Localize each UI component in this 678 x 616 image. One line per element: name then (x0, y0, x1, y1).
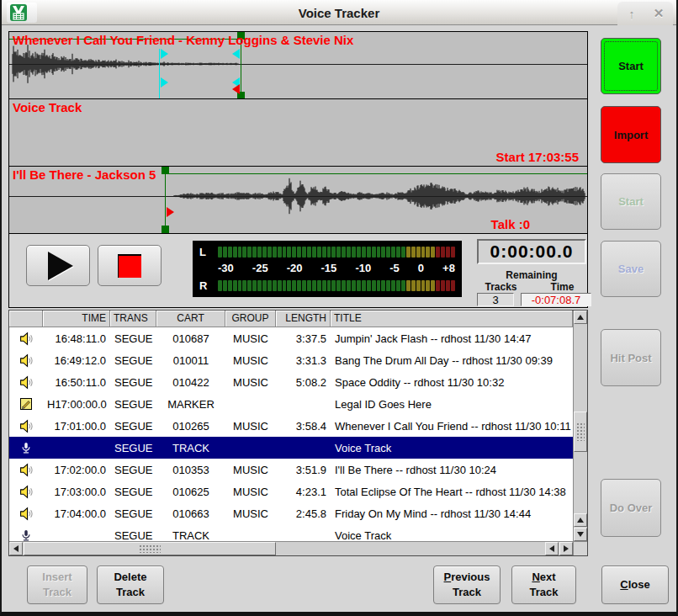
scroll-up-button-2[interactable] (574, 513, 587, 527)
cell-title: Legal ID Goes Here (331, 398, 573, 411)
close-button[interactable]: Close (601, 566, 669, 604)
segue-end-marker-icon[interactable] (232, 84, 240, 94)
shade-window-icon[interactable] (624, 6, 639, 21)
vu-tick-label: +8 (442, 262, 455, 274)
vu-segment (411, 280, 416, 291)
log-row[interactable]: 17:03:00.0SEGUE010625MUSIC4:23.1Total Ec… (9, 481, 573, 502)
cell-time: 16:49:12.0 (43, 354, 110, 367)
column-header-CART[interactable]: CART (156, 311, 225, 327)
focus-ring (604, 41, 658, 91)
scroll-left-button-2[interactable] (545, 542, 559, 555)
cell-time: H17:00:00.0 (43, 398, 110, 411)
start-record-button[interactable]: Start (601, 38, 661, 94)
vertical-scrollbar-thumb[interactable] (574, 412, 587, 452)
log-table-header[interactable]: TIMETRANSCARTGROUPLENGTHTITLE (9, 311, 573, 327)
segue-start-marker-icon[interactable] (167, 207, 174, 217)
vu-segment (372, 247, 376, 258)
remaining-label: Remaining (477, 269, 586, 281)
vu-segment (426, 247, 430, 258)
scroll-left-button[interactable] (9, 542, 23, 555)
vu-segment (336, 247, 341, 258)
log-row[interactable]: 16:50:11.0SEGUE010422MUSIC5:08.2Space Od… (9, 371, 573, 393)
log-row[interactable]: 17:02:00.0SEGUE010353MUSIC3:51.9I'll Be … (9, 459, 573, 481)
talk-marker-icon[interactable] (161, 77, 168, 88)
previous-track-button[interactable]: Previous Track (433, 566, 501, 604)
vu-segment (287, 280, 291, 291)
vu-segment (431, 280, 435, 291)
speaker-icon (19, 375, 34, 390)
log-row[interactable]: 17:04:00.0SEGUE010663MUSIC2:45.8Friday O… (9, 502, 573, 524)
horizontal-scrollbar[interactable] (9, 541, 573, 555)
play-button[interactable] (26, 245, 90, 286)
start-handle-icon[interactable] (162, 167, 169, 174)
vu-segment (262, 280, 267, 291)
cell-cart: TRACK (156, 529, 225, 542)
column-header-icon[interactable] (9, 311, 43, 327)
scrollbar-corner (573, 541, 587, 555)
elapsed-time-display: 0:00:00.0 (477, 239, 586, 264)
vu-segment (357, 247, 361, 258)
column-header-GROUP[interactable]: GROUP (225, 311, 276, 327)
vu-segment (416, 280, 421, 291)
cell-cart: 010625 (156, 486, 225, 498)
vu-tick-label: 0 (418, 262, 424, 274)
window-controls (617, 2, 673, 25)
log-row[interactable]: 16:49:12.0SEGUE010011MUSIC3:31.3Bang The… (9, 349, 573, 371)
talk-marker-icon[interactable] (161, 49, 168, 59)
track2-start-marker-line[interactable] (165, 167, 166, 233)
close-window-icon[interactable] (651, 6, 666, 21)
log-row-selected[interactable]: SEGUETRACKVoice Track (9, 437, 573, 459)
scroll-down-button[interactable] (574, 528, 587, 541)
track2-fade-line (165, 173, 587, 174)
start-playback-button[interactable]: Start (601, 173, 661, 230)
save-button[interactable]: Save (601, 241, 661, 297)
vu-segment (307, 280, 311, 291)
vu-segment (352, 280, 356, 291)
vu-segment (327, 280, 331, 291)
track2-waveform-panel[interactable]: I'll Be There - Jackson 5 Talk :0 (9, 167, 587, 234)
column-header-TIME[interactable]: TIME (43, 311, 110, 327)
horizontal-scrollbar-thumb[interactable] (24, 542, 276, 555)
do-over-button[interactable]: Do Over (601, 479, 661, 537)
cell-group: MUSIC (225, 354, 276, 367)
cell-title: Voice Track (331, 529, 573, 542)
import-button[interactable]: Import (601, 106, 661, 163)
cell-group: MUSIC (225, 507, 276, 520)
column-header-LENGTH[interactable]: LENGTH (276, 311, 331, 327)
vu-segment (252, 280, 257, 291)
cell-group: MUSIC (225, 464, 276, 476)
log-row[interactable]: H17:00:00.0SEGUEMARKERLegal ID Goes Here (9, 393, 573, 415)
stop-button[interactable] (98, 245, 162, 286)
vu-right-label: R (199, 279, 218, 292)
talk-end-marker-icon[interactable] (232, 49, 240, 59)
vu-segment (252, 247, 257, 258)
vu-segment (238, 280, 242, 291)
cell-length: 4:23.1 (276, 486, 331, 498)
delete-track-button[interactable]: Delete Track (97, 566, 164, 604)
log-row[interactable]: 16:48:11.0SEGUE010687MUSIC3:37.5Jumpin' … (9, 327, 573, 349)
cell-title: Jumpin' Jack Flash -- rdhost 11/30 14:47 (331, 332, 573, 345)
scroll-up-button[interactable] (574, 311, 587, 324)
cell-title: Friday On My Mind -- rdhost 11/30 14:44 (331, 507, 573, 520)
voice-track-panel[interactable]: Voice Track Start 17:03:55 (9, 99, 587, 167)
vertical-scrollbar[interactable] (573, 311, 587, 541)
vu-segment (391, 280, 395, 291)
hit-post-button[interactable]: Hit Post (601, 329, 661, 386)
vu-segment (406, 247, 411, 258)
start-handle-icon[interactable] (162, 226, 169, 233)
speaker-icon (19, 353, 34, 368)
track1-waveform-panel[interactable]: Whenever I Call You Friend - Kenny Loggi… (9, 32, 587, 99)
track1-talk-marker-line[interactable] (159, 49, 160, 99)
cell-title: Bang The Drum All Day -- rdhost 11/30 09… (331, 354, 573, 367)
vu-segment (242, 247, 246, 258)
column-header-TITLE[interactable]: TITLE (331, 311, 573, 327)
scroll-right-button[interactable] (559, 542, 573, 555)
column-header-TRANS[interactable]: TRANS (110, 311, 156, 327)
log-row[interactable]: 17:01:00.0SEGUE010265MUSIC3:58.4Whenever… (9, 415, 573, 437)
next-track-button[interactable]: Next Track (511, 566, 576, 604)
log-row[interactable]: SEGUETRACKVoice Track (9, 524, 573, 541)
remaining-time-label: Time (532, 281, 593, 293)
vu-segment (451, 247, 455, 258)
insert-track-button[interactable]: Insert Track (27, 566, 87, 604)
vu-segment (362, 247, 366, 258)
